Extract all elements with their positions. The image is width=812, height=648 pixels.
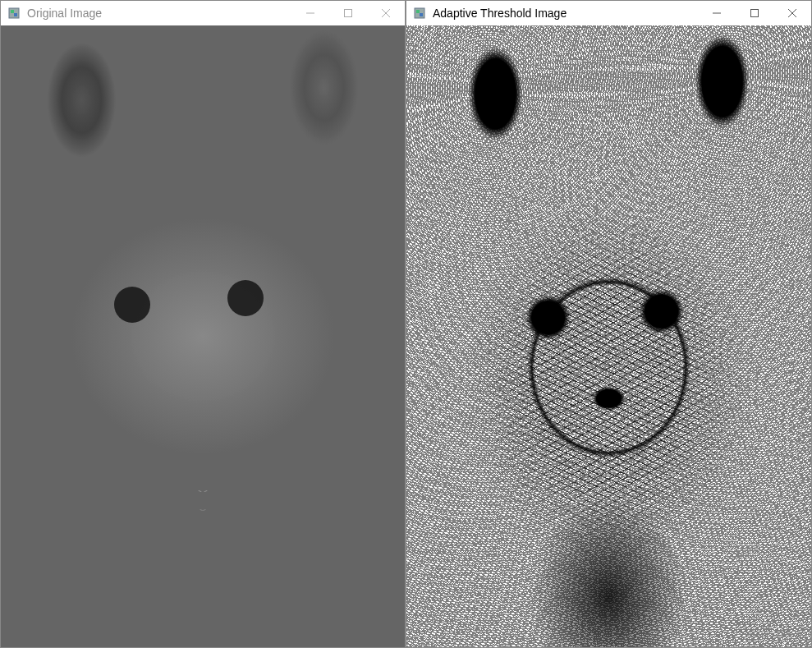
window-title: Original Image — [27, 7, 291, 20]
window-controls — [698, 1, 811, 25]
cat-whiskers-overlay — [1, 25, 405, 647]
minimize-button[interactable] — [698, 1, 736, 25]
window-controls — [291, 1, 405, 25]
window-title: Adaptive Threshold Image — [433, 7, 698, 20]
window-adaptive-threshold: Adaptive Threshold Image CSDN@栗生奘 — [406, 0, 812, 648]
window-original-image: Original Image — [0, 0, 406, 648]
svg-rect-1 — [11, 10, 14, 13]
opencv-window-icon — [7, 7, 21, 20]
svg-rect-4 — [345, 10, 352, 17]
close-button[interactable] — [773, 1, 811, 25]
threshold-cat-image — [406, 25, 811, 647]
titlebar[interactable]: Original Image — [1, 1, 405, 25]
watermark-text: CSDN@栗生奘 — [734, 628, 805, 642]
maximize-button[interactable] — [736, 1, 773, 25]
image-viewport-threshold: CSDN@栗生奘 — [406, 25, 811, 647]
opencv-window-icon — [413, 7, 426, 20]
svg-rect-2 — [14, 13, 17, 16]
threshold-noise-layer — [406, 25, 811, 647]
maximize-button[interactable] — [329, 1, 367, 25]
minimize-button[interactable] — [291, 1, 329, 25]
svg-rect-9 — [420, 13, 423, 16]
image-viewport-original — [1, 25, 405, 647]
close-button[interactable] — [367, 1, 405, 25]
grayscale-cat-image — [1, 25, 405, 647]
svg-rect-11 — [751, 10, 759, 17]
titlebar[interactable]: Adaptive Threshold Image — [406, 1, 811, 25]
svg-rect-8 — [416, 10, 420, 13]
